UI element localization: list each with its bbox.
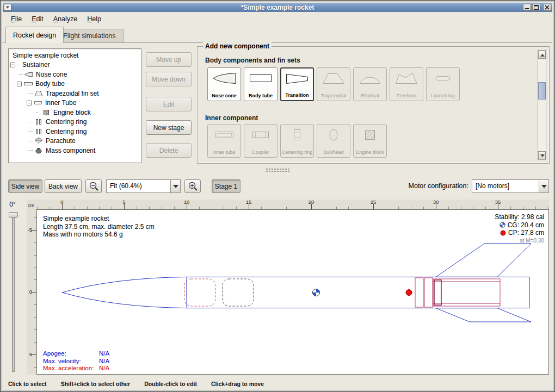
back-view-button[interactable]: Back view xyxy=(45,179,82,193)
tree-item-centering-ring-2[interactable]: Centering ring xyxy=(9,127,141,136)
cg-quartered-circle-icon xyxy=(499,222,505,228)
zoom-value: Fit (60.4%) xyxy=(110,180,169,192)
component-button-label: Elliptical xyxy=(360,94,379,98)
add-freeform-fin-button[interactable]: Freeform xyxy=(390,67,423,101)
tree-item-label: Mass component xyxy=(46,147,95,154)
add-bulkhead-button[interactable]: Bulkhead xyxy=(317,124,350,158)
add-body-tube-button[interactable]: Body tube xyxy=(244,67,278,101)
scroll-down-icon[interactable] xyxy=(538,151,546,159)
motor-configuration-label: Motor configuration: xyxy=(403,179,468,193)
status-bar: Click to select Shift+click to select ot… xyxy=(3,377,552,390)
rocket-info: Simple example rocket Length 37.5 cm, ma… xyxy=(43,215,155,239)
tree-item-parachute[interactable]: Parachute xyxy=(9,136,141,146)
motor-configuration-select[interactable]: [No motors] xyxy=(472,179,549,193)
tree-item-sustainer[interactable]: Sustainer xyxy=(9,60,141,70)
component-button-label: Nose cone xyxy=(211,94,237,98)
side-view-button[interactable]: Side view xyxy=(8,179,42,193)
rocket-dimensions: Length 37.5 cm, max. diameter 2.5 cm xyxy=(43,223,155,231)
edit-button[interactable]: Edit xyxy=(146,97,192,111)
max-acceleration-row: Max. acceleration: N/A xyxy=(43,365,109,372)
body-tube-icon xyxy=(248,71,273,85)
new-stage-button[interactable]: New stage xyxy=(146,120,192,135)
collapse-icon[interactable] xyxy=(27,101,32,105)
tree-item-inner-tube[interactable]: Inner Tube xyxy=(9,98,141,108)
menu-file[interactable]: File xyxy=(6,14,27,24)
tree-item-body-tube[interactable]: Body tube xyxy=(9,79,141,89)
status-shift-click: Shift+click to select other xyxy=(61,381,131,387)
engine-block-icon xyxy=(41,109,51,116)
rotation-slider-handle[interactable] xyxy=(9,212,18,217)
menu-analyze[interactable]: Analyze xyxy=(48,14,82,24)
menu-edit[interactable]: Edit xyxy=(27,14,48,24)
maximize-icon[interactable] xyxy=(532,4,540,11)
tree-item-centering-ring-1[interactable]: Centering ring xyxy=(9,117,141,127)
nose-cone-icon xyxy=(212,71,237,85)
tree-item-nose-cone[interactable]: Nose cone xyxy=(9,70,141,79)
tab-flight-simulations[interactable]: Flight simulations xyxy=(55,29,124,42)
collapse-icon[interactable] xyxy=(17,82,22,86)
scrollbar-thumb[interactable] xyxy=(538,82,546,99)
add-inner-tube-button[interactable]: Inner tube xyxy=(207,124,241,158)
mass-outline xyxy=(223,279,254,306)
add-launch-lug-button[interactable]: Launch lug xyxy=(426,67,460,101)
move-down-button[interactable]: Move down xyxy=(146,72,192,86)
apogee-value: N/A xyxy=(99,350,109,358)
max-velocity-row: Max. velocity: N/A xyxy=(43,358,109,365)
tree-connector xyxy=(28,141,33,141)
add-elliptical-fin-button[interactable]: Elliptical xyxy=(353,67,387,101)
add-trapezoidal-fin-button[interactable]: Trapezoidal xyxy=(317,67,350,101)
minimize-icon[interactable] xyxy=(523,4,531,11)
zoom-in-button[interactable] xyxy=(184,179,201,193)
zoom-out-button[interactable] xyxy=(85,179,102,193)
stage-1-toggle[interactable]: Stage 1 xyxy=(212,179,240,193)
add-coupler-button[interactable]: Coupler xyxy=(244,124,278,158)
add-centering-ring-button[interactable]: Centering ring xyxy=(280,124,314,158)
chevron-down-icon[interactable] xyxy=(539,180,548,192)
tree-connector xyxy=(28,122,33,122)
tree-item-engine-block[interactable]: Engine block xyxy=(9,108,141,117)
tree-item-label: Sustainer xyxy=(22,61,50,69)
close-icon[interactable] xyxy=(543,4,551,11)
chevron-down-icon[interactable] xyxy=(170,180,180,192)
tab-rocket-design[interactable]: Rocket design xyxy=(5,27,64,43)
delete-button[interactable]: Delete xyxy=(146,143,192,158)
tree-item-mass-component[interactable]: Mass component xyxy=(9,146,141,155)
component-scrollbar[interactable] xyxy=(538,50,546,160)
tree-item-label: Body tube xyxy=(35,80,65,88)
move-up-button[interactable]: Move up xyxy=(146,52,192,67)
group-title: Add new component xyxy=(203,42,272,50)
nose-cone-icon xyxy=(24,71,34,78)
add-engine-block-button[interactable]: Engine block xyxy=(353,124,387,158)
component-button-label: Freeform xyxy=(396,94,417,98)
parachute-icon xyxy=(34,138,44,144)
flight-summary: Apogee: N/A Max. velocity: N/A Max. acce… xyxy=(43,350,109,372)
tree-item-rocket[interactable]: Simple example rocket xyxy=(9,51,141,60)
tree-item-label: Nose cone xyxy=(36,71,67,78)
add-transition-button[interactable]: Transition xyxy=(280,67,314,101)
elliptical-fin-icon xyxy=(357,71,383,85)
component-button-label: Bulkhead xyxy=(323,150,344,155)
apogee-label: Apogee: xyxy=(43,350,99,358)
fin-set-icon xyxy=(34,90,44,97)
cp-red-dot-icon xyxy=(500,230,506,236)
scroll-up-icon[interactable] xyxy=(538,51,546,59)
add-nose-cone-button[interactable]: Nose cone xyxy=(207,67,241,101)
cg-marker-icon xyxy=(313,289,320,296)
fin-lower xyxy=(436,308,531,322)
window-menu-icon[interactable] xyxy=(4,4,11,11)
rotation-slider[interactable] xyxy=(12,213,15,372)
ruler-tick-label: 15 xyxy=(242,200,255,205)
cp-value: CP: 27.8 cm xyxy=(508,229,544,237)
titlebar[interactable]: *Simple example rocket xyxy=(3,3,552,12)
component-button-label: Body tube xyxy=(248,94,273,98)
magnifier-plus-icon xyxy=(188,181,198,191)
inner-tube-icon xyxy=(212,128,237,142)
component-tree[interactable]: Simple example rocket Sustainer Nose con… xyxy=(8,48,141,163)
menu-help[interactable]: Help xyxy=(82,14,106,24)
motor-configuration-value: [No motors] xyxy=(476,180,538,192)
zoom-select[interactable]: Fit (60.4%) xyxy=(106,179,181,193)
tree-item-fin-set[interactable]: Trapezoidal fin set xyxy=(9,89,141,98)
rocket-canvas[interactable]: Simple example rocket Length 37.5 cm, ma… xyxy=(36,209,549,375)
splitter-handle[interactable] xyxy=(266,168,291,172)
collapse-icon[interactable] xyxy=(10,63,15,67)
